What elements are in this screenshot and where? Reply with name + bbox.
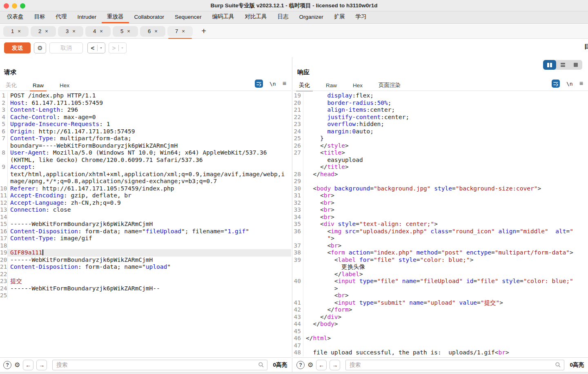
code-line: 45 [293, 328, 588, 335]
line-number: 21 [293, 106, 303, 114]
code-line: (KHTML, like Gecko) Chrome/120.0.6099.71… [0, 157, 291, 164]
cancel-button[interactable]: 取消 [49, 42, 83, 53]
line-number: 43 [293, 314, 303, 321]
tab-close-icon[interactable]: × [182, 28, 185, 34]
repeater-tab[interactable]: 3 × [58, 26, 83, 37]
line-number: 25 [293, 135, 303, 142]
search-input[interactable] [345, 360, 564, 370]
code-line: 27 <title> [293, 149, 588, 157]
menu-item[interactable]: 仪表盘 [2, 11, 29, 23]
back-button[interactable]: < ▼ [87, 42, 105, 53]
request-panel-title: 请求 [4, 69, 16, 76]
request-panel: 请求 美化 Raw Hex [0, 57, 291, 372]
menu-item[interactable]: 代理 [51, 11, 72, 23]
repeater-tab[interactable]: 2 × [31, 26, 56, 37]
forward-button[interactable]: > ▼ [109, 42, 127, 53]
code-line: 31 <br> [293, 192, 588, 199]
line-number: 30 [293, 185, 303, 193]
layout-rows-button[interactable] [556, 60, 569, 70]
menu-item[interactable]: Organizer [294, 11, 328, 23]
hamburger-menu-icon[interactable]: ≡ [579, 80, 583, 87]
repeater-tab[interactable]: 7 × [167, 26, 193, 37]
window-titlebar: Burp Suite专业版 v2023.12.1 - 临时项目 - licens… [0, 0, 588, 11]
menu-item[interactable]: 日志 [272, 11, 294, 23]
soft-wrap-icon[interactable] [255, 80, 263, 88]
request-search-bar: ? ⚙ ← → 0高亮 [0, 357, 291, 372]
tab-close-icon[interactable]: × [127, 28, 130, 34]
columns-layout-icon [547, 63, 552, 67]
code-line: 21Content-Disposition: form-data; name="… [0, 263, 291, 271]
menu-item[interactable]: 目标 [29, 11, 51, 23]
menu-item[interactable]: Intruder [72, 11, 102, 23]
send-button[interactable]: 发送 [4, 42, 31, 53]
next-match-button[interactable]: → [330, 360, 340, 370]
view-tab[interactable]: Hex [353, 82, 363, 89]
request-editor[interactable]: 1POST /index.php HTTP/1.12Host: 61.147.1… [0, 91, 291, 357]
view-tab[interactable]: 页面渲染 [379, 82, 401, 89]
repeater-tab[interactable]: 5 × [113, 26, 138, 37]
code-line: 更换头像 [293, 263, 588, 271]
menu-item-label: 重放器 [107, 13, 124, 20]
repeater-tab[interactable]: 6 × [140, 26, 165, 37]
next-match-button[interactable]: → [36, 360, 47, 370]
chevron-down-icon[interactable]: ▼ [98, 46, 105, 49]
repeater-tab-label: 1 [11, 28, 14, 34]
view-tab[interactable]: 美化 [299, 82, 310, 89]
code-line: 40 <input type="file" name="fileUpload" … [293, 278, 588, 285]
code-line: 6Origin: http://61.147.171.105:57459 [0, 128, 291, 135]
layout-single-button[interactable] [569, 60, 582, 70]
code-line: 20 border-radius:50%; [293, 100, 588, 107]
search-icon [555, 362, 561, 368]
previous-match-button[interactable]: ← [23, 360, 33, 370]
view-tab[interactable]: Hex [60, 82, 69, 89]
code-line: 37 <br> [293, 242, 588, 250]
view-tab[interactable]: 美化 [6, 82, 17, 89]
line-number: 15 [0, 221, 8, 228]
menu-item[interactable]: Collaborator [129, 11, 170, 23]
tab-close-icon[interactable]: × [18, 28, 21, 34]
menu-item[interactable]: 学习 [350, 11, 372, 23]
view-tab[interactable]: Raw [33, 82, 44, 89]
repeater-tab[interactable]: 4 × [85, 26, 111, 37]
line-number [293, 157, 303, 164]
add-tab-button[interactable]: + [199, 27, 209, 36]
menu-item[interactable]: 对比工具 [239, 11, 272, 23]
soft-wrap-icon[interactable] [552, 80, 560, 88]
response-panel-title: 响应 [297, 69, 310, 76]
newline-toggle-icon[interactable]: \n [270, 81, 276, 87]
view-tab[interactable]: Raw [326, 82, 337, 89]
main-menu-bar: 仪表盘 目标 代理 Intruder 重放器 Collaborator Se [0, 11, 588, 24]
search-input[interactable] [52, 360, 267, 370]
search-settings-gear-icon[interactable]: ⚙ [307, 361, 313, 369]
line-number: 22 [293, 114, 303, 121]
help-icon[interactable]: ? [3, 361, 11, 369]
search-settings-gear-icon[interactable]: ⚙ [14, 361, 20, 369]
panel-splitter[interactable] [292, 57, 292, 372]
menu-item[interactable]: 扩展 [329, 11, 350, 23]
help-icon[interactable]: ? [296, 361, 305, 369]
newline-toggle-icon[interactable]: \n [566, 81, 573, 87]
menu-item[interactable]: 编码工具 [207, 11, 239, 23]
back-chevron-icon: < [88, 44, 97, 51]
repeater-tab[interactable]: 1 × [3, 26, 29, 37]
tab-close-icon[interactable]: × [100, 28, 103, 34]
tab-close-icon[interactable]: × [72, 28, 76, 34]
window-bottom-edge [0, 372, 588, 374]
code-line: 44 </body> [293, 321, 588, 328]
tab-close-icon[interactable]: × [154, 28, 158, 34]
hamburger-menu-icon[interactable]: ≡ [283, 80, 286, 87]
menu-item[interactable]: Sequencer [169, 11, 207, 23]
line-number [293, 164, 303, 171]
tab-close-icon[interactable]: × [45, 28, 48, 34]
layout-columns-button[interactable] [543, 60, 556, 70]
code-line: 3Content-Length: 296 [0, 106, 291, 114]
line-number: 6 [0, 128, 8, 135]
previous-match-button[interactable]: ← [316, 360, 327, 370]
send-settings-button[interactable]: ⚙ [34, 42, 46, 53]
line-number: 37 [293, 242, 303, 250]
menu-item[interactable]: 重放器 [102, 11, 129, 23]
code-line: 11Accept-Encoding: gzip, deflate, br [0, 192, 291, 199]
response-editor-tools: \n ≡ [552, 79, 583, 89]
response-editor[interactable]: 19 display:flex;20 border-radius:50%;21 … [293, 91, 588, 357]
code-line: 12Accept-Language: zh-CN,zh;q=0.9 [0, 199, 291, 207]
